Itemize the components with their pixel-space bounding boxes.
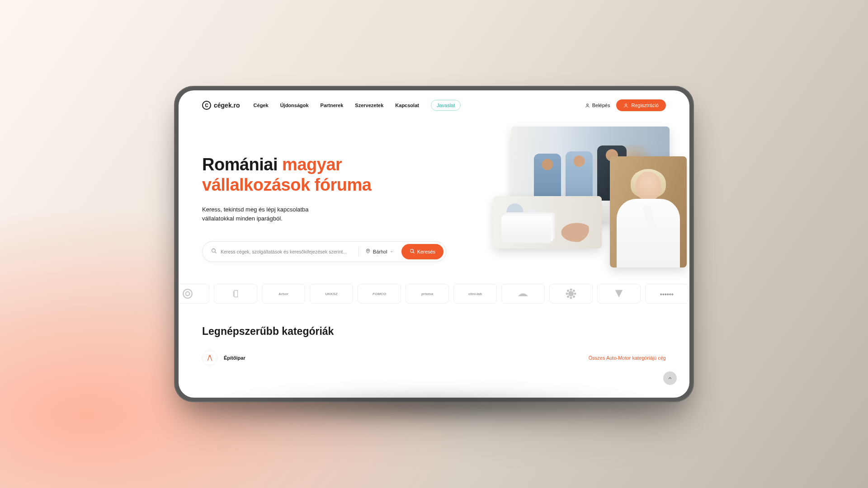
partner-logo[interactable] [549, 284, 593, 304]
nav-link-organizations[interactable]: Szervezetek [355, 103, 383, 108]
nav-suggestion-pill[interactable]: Javaslat [431, 100, 461, 111]
login-label: Belépés [592, 103, 610, 108]
svg-point-19 [209, 355, 211, 357]
categories-title: Legnépszerűbb kategóriák [202, 325, 666, 338]
page: C cégek.ro Cégek Újdonságok Partnerek Sz… [179, 90, 689, 398]
nav-right: Belépés Regisztráció [585, 99, 666, 111]
partner-logo[interactable]: clini-lab [453, 284, 497, 304]
hero-title-plain: Romániai [202, 155, 282, 174]
hero-subtitle: Keress, tekintsd meg és lépj kapcsolatba… [202, 205, 338, 223]
hero: Romániai magyar vállalkozások fóruma Ker… [179, 117, 689, 270]
hero-title: Romániai magyar vállalkozások fóruma [202, 155, 437, 195]
logo[interactable]: C cégek.ro [202, 101, 240, 110]
chevron-down-icon [390, 249, 393, 254]
search-icon [410, 249, 415, 255]
categories-section: Legnépszerűbb kategóriák Építőipar Össze… [179, 304, 689, 366]
register-label: Regisztráció [631, 103, 659, 108]
location-label: Bárhol [373, 249, 387, 254]
search-bar: Bárhol Keresés [202, 241, 446, 262]
svg-point-15 [567, 296, 569, 297]
logo-mark-icon: C [202, 101, 211, 110]
category-item-construction[interactable]: Építőipar [202, 350, 245, 366]
partner-logo[interactable]: prisma [406, 284, 449, 304]
search-button-label: Keresés [417, 249, 435, 254]
scroll-to-top-button[interactable] [663, 371, 677, 385]
location-pin-icon [365, 249, 371, 255]
partner-logo-strip: Arbor UKKSZ FOMCO prisma clini-lab ◆◆◆◆◆… [179, 270, 689, 304]
chevron-up-icon [667, 375, 673, 381]
hero-image-collage [449, 120, 675, 274]
screen: C cégek.ro Cégek Újdonságok Partnerek Sz… [179, 90, 689, 398]
search-input[interactable] [221, 249, 352, 254]
svg-rect-7 [234, 291, 237, 297]
svg-point-12 [575, 293, 576, 295]
partner-logo[interactable] [179, 284, 209, 304]
partner-logo[interactable] [597, 284, 641, 304]
register-button[interactable]: Regisztráció [616, 99, 666, 111]
svg-point-13 [567, 290, 569, 291]
categories-row: Építőipar Összes Auto-Motor kategóriájú … [202, 350, 666, 366]
nav-link-partners[interactable]: Partnerek [321, 103, 344, 108]
partner-logo-label: ◆◆◆◆◆◆ [660, 292, 674, 296]
svg-point-16 [573, 296, 575, 297]
user-icon [623, 103, 628, 108]
hero-left: Romániai magyar vállalkozások fóruma Ker… [202, 139, 437, 270]
partner-logo-label: UKKSZ [325, 292, 338, 296]
partner-logo-label: FOMCO [373, 292, 386, 296]
partner-logo-label: Arbor [278, 292, 288, 296]
compass-icon [202, 350, 217, 366]
svg-point-6 [186, 292, 190, 296]
svg-point-11 [566, 293, 568, 295]
category-label: Építőipar [224, 355, 245, 361]
partner-logo[interactable]: FOMCO [358, 284, 401, 304]
partner-logo-label: clini-lab [468, 292, 482, 296]
categories-all-link[interactable]: Összes Auto-Motor kategóriájú cég [589, 355, 666, 361]
svg-point-14 [573, 290, 575, 291]
nav-link-news[interactable]: Újdonságok [280, 103, 309, 108]
svg-point-1 [625, 103, 627, 105]
partner-logo[interactable] [501, 284, 545, 304]
svg-point-2 [212, 249, 216, 253]
svg-point-9 [571, 289, 572, 291]
logo-text: cégek.ro [214, 102, 240, 109]
svg-point-10 [571, 297, 572, 299]
hero-image-desk [493, 196, 602, 249]
login-link[interactable]: Belépés [585, 103, 610, 108]
nav-link-companies[interactable]: Cégek [254, 103, 269, 108]
nav-links: Cégek Újdonságok Partnerek Szervezetek K… [254, 100, 461, 111]
svg-point-5 [183, 289, 192, 298]
search-icon [211, 248, 217, 256]
hero-image-portrait [610, 156, 687, 267]
svg-point-8 [568, 291, 574, 296]
nav-link-contact[interactable]: Kapcsolat [395, 103, 419, 108]
search-button[interactable]: Keresés [401, 244, 443, 259]
svg-point-4 [410, 249, 413, 252]
location-select[interactable]: Bárhol [359, 249, 401, 255]
search-field[interactable] [205, 248, 359, 256]
svg-point-0 [586, 103, 588, 105]
partner-logo[interactable] [214, 284, 257, 304]
partner-logo[interactable]: Arbor [262, 284, 305, 304]
partner-logo[interactable]: UKKSZ [310, 284, 353, 304]
user-icon [585, 103, 590, 108]
svg-point-3 [368, 250, 369, 251]
partner-logo[interactable]: ◆◆◆◆◆◆ [645, 284, 689, 304]
device-frame: C cégek.ro Cégek Újdonságok Partnerek Sz… [174, 86, 694, 402]
navbar: C cégek.ro Cégek Újdonságok Partnerek Sz… [179, 90, 689, 117]
partner-logo-label: prisma [421, 292, 433, 296]
